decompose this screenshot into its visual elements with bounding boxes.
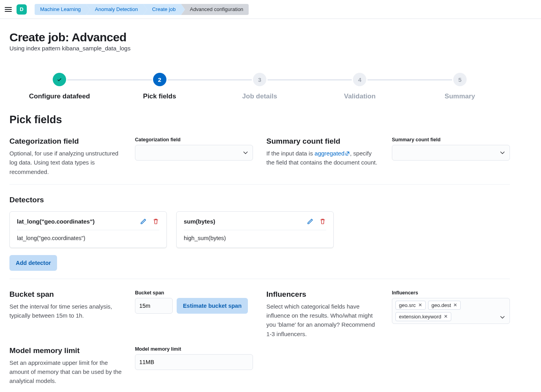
- step-4: 4Validation: [310, 73, 410, 100]
- step-number: 5: [453, 73, 467, 86]
- section-heading: Pick fields: [9, 114, 510, 126]
- influencer-tag: geo.src✕: [395, 301, 426, 310]
- bucket-span-heading: Bucket span: [9, 290, 124, 299]
- bucket-span-input[interactable]: [139, 303, 159, 309]
- bucket-span-input-wrapper: [135, 298, 173, 314]
- detector-title: lat_long("geo.coordinates"): [17, 218, 95, 225]
- mml-input[interactable]: [139, 359, 239, 365]
- step-number: 4: [353, 73, 366, 86]
- page-subtitle: Using index pattern kibana_sample_data_l…: [9, 45, 510, 52]
- wizard-stepper: Configure datafeed2Pick fields3Job detai…: [9, 73, 510, 100]
- edit-icon[interactable]: [307, 218, 314, 225]
- bucket-span-field-label: Bucket span: [135, 290, 253, 296]
- influencers-combobox[interactable]: geo.src✕geo.dest✕extension.keyword✕: [392, 298, 510, 324]
- bucket-span-desc: Set the interval for time series analysi…: [9, 302, 124, 320]
- step-label: Job details: [242, 92, 277, 100]
- mml-desc: Set an approximate upper limit for the a…: [9, 358, 124, 386]
- step-5: 5Summary: [410, 73, 510, 100]
- detector-card: sum(bytes)high_sum(bytes): [176, 211, 334, 248]
- step-label: Configure datafeed: [29, 92, 90, 100]
- mml-input-wrapper: [135, 354, 253, 370]
- page-title: Create job: Advanced: [9, 31, 510, 44]
- influencers-desc: Select which categorical fields have inf…: [266, 302, 381, 338]
- summary-count-heading: Summary count field: [266, 137, 381, 146]
- mml-field-label: Model memory limit: [135, 346, 253, 352]
- breadcrumb-item[interactable]: Machine Learning: [35, 4, 86, 15]
- nav-toggle[interactable]: [5, 6, 12, 13]
- step-3: 3Job details: [210, 73, 310, 100]
- influencer-tag: extension.keyword✕: [395, 312, 451, 321]
- step-label: Summary: [445, 92, 475, 100]
- breadcrumb-item[interactable]: Anomaly Detection: [86, 4, 143, 15]
- step-label: Validation: [344, 92, 375, 100]
- detector-title: sum(bytes): [184, 218, 215, 225]
- influencer-tag: geo.dest✕: [428, 301, 461, 310]
- breadcrumb-item[interactable]: Create job: [143, 4, 181, 15]
- summary-count-desc: If the input data is aggregated, specify…: [266, 149, 381, 167]
- chevron-down-icon: [242, 150, 249, 156]
- edit-icon[interactable]: [140, 218, 147, 225]
- remove-tag-icon[interactable]: ✕: [444, 314, 448, 319]
- tag-label: geo.src: [399, 302, 416, 308]
- influencers-heading: Influencers: [266, 290, 381, 299]
- tag-label: extension.keyword: [399, 314, 441, 320]
- space-badge[interactable]: D: [17, 4, 27, 15]
- influencers-field-label: Influencers: [392, 290, 510, 296]
- categorization-field-label: Categorization field: [135, 137, 253, 142]
- mml-heading: Model memory limit: [9, 346, 124, 355]
- breadcrumb-item: Advanced configuration: [181, 4, 249, 15]
- remove-tag-icon[interactable]: ✕: [453, 302, 457, 308]
- detector-body: lat_long("geo.coordinates"): [17, 230, 159, 241]
- chevron-down-icon: [499, 150, 506, 156]
- add-detector-button[interactable]: Add detector: [9, 255, 57, 271]
- trash-icon[interactable]: [152, 218, 159, 225]
- step-label: Pick fields: [143, 92, 176, 100]
- tag-label: geo.dest: [432, 302, 451, 308]
- detectors-heading: Detectors: [9, 196, 510, 204]
- summary-count-field-select[interactable]: [392, 145, 510, 161]
- check-icon: [53, 73, 66, 86]
- remove-tag-icon[interactable]: ✕: [418, 302, 422, 308]
- estimate-bucket-span-button[interactable]: Estimate bucket span: [177, 298, 248, 314]
- external-link-icon: [345, 149, 350, 154]
- step-number: 2: [153, 73, 166, 86]
- categorization-heading: Categorization field: [9, 137, 124, 146]
- categorization-field-select[interactable]: [135, 145, 253, 161]
- categorization-desc: Optional, for use if analyzing unstructu…: [9, 149, 124, 176]
- detector-card: lat_long("geo.coordinates")lat_long("geo…: [9, 211, 167, 248]
- step-number: 3: [253, 73, 266, 86]
- step-2: 2Pick fields: [109, 73, 209, 100]
- step-1[interactable]: Configure datafeed: [9, 73, 109, 100]
- chevron-down-icon: [499, 314, 506, 320]
- aggregated-link[interactable]: aggregated: [315, 150, 350, 157]
- summary-count-field-label: Summary count field: [392, 137, 510, 142]
- breadcrumb: Machine LearningAnomaly DetectionCreate …: [35, 4, 249, 15]
- trash-icon[interactable]: [319, 218, 326, 225]
- detector-body: high_sum(bytes): [184, 230, 326, 241]
